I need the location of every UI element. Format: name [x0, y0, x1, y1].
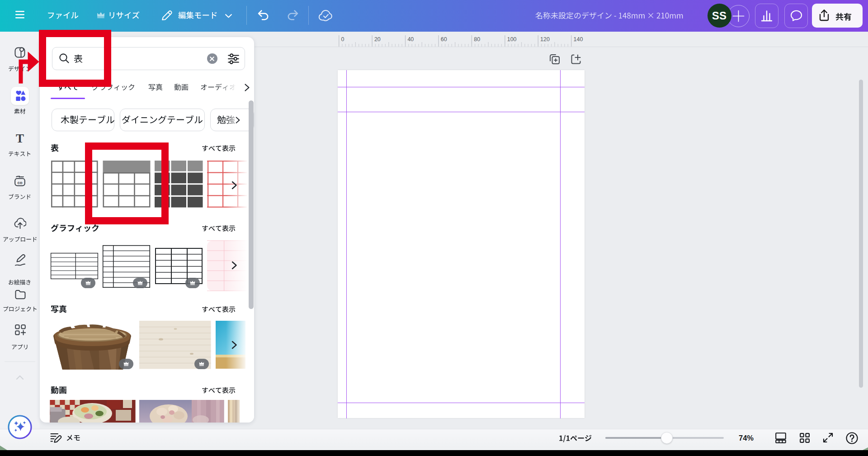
svg-text:co: co — [17, 180, 22, 185]
